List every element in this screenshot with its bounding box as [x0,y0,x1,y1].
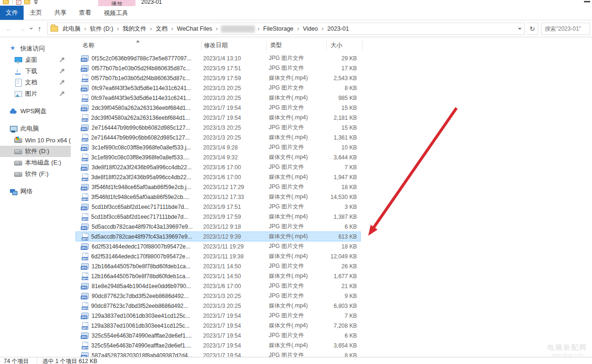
file-size: 15 KB [325,124,361,131]
file-date: 2023/1/3 20:25 [201,303,265,309]
file-row[interactable]: MP4325c554e6463b74990eafffae2de6ef1....2… [76,340,361,350]
file-type: 媒体文件(.mp4) [265,213,325,221]
sidebar-item[interactable]: 文档 [0,77,71,88]
file-row[interactable]: JPG3c1ef890c08c03ff8e3968fe0a8ef533.j...… [76,142,361,152]
file-row[interactable]: MP42dc39f04580a262a263136eebf684d1...202… [76,113,361,123]
refresh-icon[interactable]: ↻ [527,23,538,35]
jpg-file-icon: JPG [81,223,89,230]
file-row[interactable]: JPG5d5accdb782cae48f97fc43a139697e9...20… [76,222,361,232]
breadcrumb-item[interactable]: Video [302,25,319,33]
file-name: 587a4528738203018f8ab409387d2d4... [92,352,193,357]
sidebar-item[interactable]: 软件 (D:) [0,146,71,157]
back-icon[interactable]: ← [6,25,13,33]
file-date: 2023/1/3 20:25 [201,293,265,299]
minimize-icon[interactable] [584,1,590,2]
breadcrumb-item[interactable]: 2023-01 [326,25,350,33]
file-size: 1,677 KB [325,273,361,280]
file-row[interactable]: MP40fc97ea6f43f3e53d5d6e114e31c6241...20… [76,93,361,103]
file-row[interactable]: JPG3f546fd1fc948ce65af0aab86f59e2cb.j...… [76,182,361,192]
file-row[interactable]: JPG2dc39f04580a262a263136eebf684d1...202… [76,103,361,113]
breadcrumb-item[interactable]: 我的文件 [122,24,147,34]
up-icon[interactable]: ↑ [38,25,42,33]
file-row[interactable]: JPG12b166a445057b0e8f78bd60fdeb1ca...202… [76,261,361,271]
sidebar-item-label: 网络 [20,187,33,196]
breadcrumb-separator: › [147,25,155,32]
sidebar-item[interactable]: 桌面 [0,54,71,66]
ribbon-tab-tab[interactable]: 主页 [24,6,48,20]
quick-access-toolbar: | ✓ [3,0,39,5]
breadcrumb-item[interactable]: 软件 (D:) [89,24,114,34]
file-row[interactable]: MP45cd1bf3cc65abf2d1eec717111bde7d...202… [76,212,361,222]
file-row[interactable]: MP490dc877623c7dbd3f52eeb8686d492...2023… [76,301,361,311]
file-row[interactable]: JPG325c554e6463b74990eafffae2de6ef1....2… [76,331,361,340]
pin-icon[interactable] [59,68,65,74]
file-row[interactable]: MP412b166a445057b0e8f78bd60fdeb1ca...202… [76,271,361,281]
ribbon-tab-video-tools[interactable]: 视频工具 [97,6,135,20]
chevron-down-icon[interactable] [518,28,522,32]
ribbon-tab-file[interactable]: 文件 [0,6,24,20]
folder-icon[interactable] [24,0,30,4]
column-header[interactable]: 类型 [267,40,327,50]
file-row[interactable]: JPG129a3837ed10061db303ee41cd125c...2023… [76,311,361,321]
sidebar-item[interactable]: 本地磁盘 (E:) [0,157,71,168]
breadcrumb-item[interactable]: 此电脑 [62,24,82,34]
column-header[interactable]: 修改日期 [202,40,267,50]
file-row[interactable]: MP45d5accdb782cae48f97fc43a139697e9...20… [76,232,361,241]
folder-icon[interactable] [3,0,9,4]
file-type: JPG 图片文件 [265,351,325,357]
jpg-file-icon: JPG [81,204,89,210]
file-type: JPG 图片文件 [265,223,325,231]
file-date: 2023/1/12 9:18 [201,223,265,230]
sidebar-item[interactable]: 下载 [0,66,71,77]
sidebar-item[interactable]: 软件 (F:) [0,168,71,180]
file-row[interactable]: JPG587a4528738203018f8ab409387d2d4...202… [76,350,361,357]
search-input[interactable]: 搜索"2023-01" [541,23,590,35]
file-row[interactable]: MP43c1ef890c08c03ff8e3968fe0a8ef533....2… [76,152,361,162]
file-row[interactable]: JPG3de8f18f022a3f2436b95a996cc4db22...20… [76,162,361,172]
file-row[interactable]: MP43de8f18f022a3f2436b95a996cc4db22...20… [76,172,361,182]
jpg-file-icon: JPG [81,283,89,289]
file-row[interactable]: JPG0f15c2c0636b99d788c73e5e8777097...202… [76,53,361,63]
sidebar-item[interactable]: WPS网盘 [0,106,71,117]
pin-icon[interactable] [59,57,65,63]
file-row[interactable]: JPG0f577b07b1e03b05d2f4b860635d87c...202… [76,63,361,73]
forward-icon[interactable]: → [19,25,26,33]
file-date: 2023/1/7 19:54 [201,342,265,349]
file-row[interactable]: JPG81e8e29485a4b1904d1ee0dd6b9790...2023… [76,281,361,291]
breadcrumb-item[interactable]: WeChat Files [176,25,213,33]
file-row[interactable]: JPG2e7164447b9b99c6bb6082d985c127...2023… [76,123,361,132]
file-row[interactable]: JPG6d2f531464ededc170f88007b95472e...202… [76,241,361,251]
breadcrumb-separator: › [82,25,89,32]
pin-icon[interactable] [59,80,65,85]
sidebar-item[interactable]: 网络 [0,186,71,197]
file-row[interactable]: JPG5cd1bf3cc65abf2d1eec717111bde7d...202… [76,202,361,212]
ribbon-tab-tab[interactable]: 共享 [48,6,73,20]
breadcrumb-item[interactable]: 文档 [155,24,169,34]
recent-locations-icon[interactable] [29,28,33,32]
sidebar-item[interactable]: Win 10 Pro x64 (C [0,134,71,146]
file-row[interactable]: JPG0fc97ea6f43f3e53d5d6e114e31c6241...20… [76,83,361,93]
sidebar-item[interactable]: 此电脑 [0,123,71,134]
pin-icon[interactable] [59,91,65,97]
cloud-icon [9,108,17,115]
file-date: 2023/1/6 17:00 [201,164,265,171]
file-size: 29 KB [325,55,361,62]
file-row[interactable]: MP46d2f531464ededc170f88007b95472e...202… [76,251,361,261]
jpg-file-icon: JPG [81,243,89,249]
mp4-file-icon: MP4 [82,94,88,102]
breadcrumb-item[interactable]: FileStorage [262,25,295,33]
sidebar-item[interactable]: 快速访问 [0,43,71,54]
breadcrumb[interactable]: 此电脑›软件 (D:)›我的文件›文档›WeChat Files››FileSt… [47,23,525,35]
ribbon-tab-tab[interactable]: 查看 [73,6,97,20]
file-row[interactable]: MP4129a3837ed10061db303ee41cd125c...2023… [76,321,361,331]
file-date: 2023/1/11 19:29 [201,243,265,250]
customize-arrow-icon[interactable] [33,0,39,5]
file-row[interactable]: MP40f577b07b1e03b05d2f4b860635d87c...202… [76,73,361,83]
sidebar-item[interactable]: 图片 [0,88,71,99]
checked-box-icon[interactable]: ✓ [16,0,21,5]
column-header[interactable]: 大小 [327,40,363,50]
mp4-file-icon: MP4 [82,114,88,122]
file-row[interactable]: JPG90dc877623c7dbd3f52eeb8686d492...2023… [76,291,361,301]
file-row[interactable]: MP43f546fd1fc948ce65af0aab86f59e2cb....2… [76,192,361,202]
file-row[interactable]: MP42e7164447b9b99c6bb6082d985c127...2023… [76,132,361,142]
